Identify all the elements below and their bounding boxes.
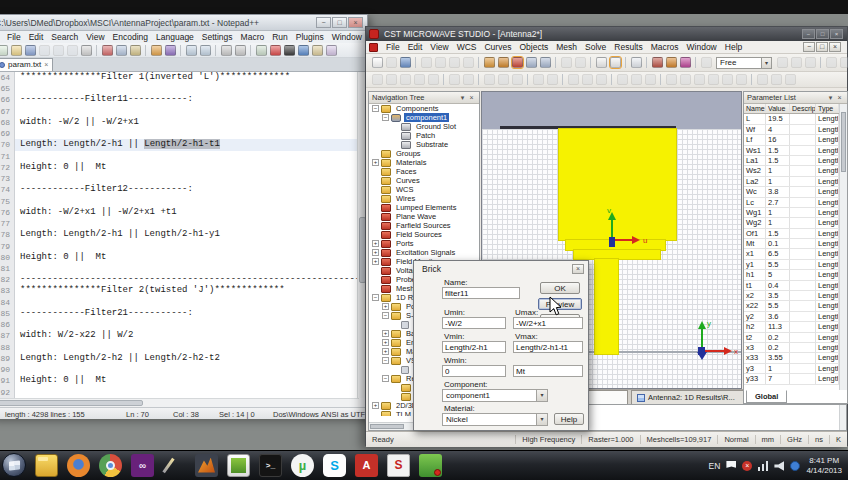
close-doc-icon[interactable] (53, 45, 64, 56)
minimize-icon[interactable]: − (802, 29, 815, 39)
tree-item-curves[interactable]: Curves (369, 176, 479, 185)
expand-icon[interactable]: + (382, 303, 389, 310)
modeling-tool-icon[interactable] (645, 74, 656, 85)
message-scrollbar[interactable] (839, 405, 846, 430)
mdi-document-icon[interactable] (369, 43, 378, 52)
speaker-icon[interactable] (774, 461, 784, 471)
network-bars-icon[interactable] (758, 461, 768, 471)
paste-icon[interactable] (449, 57, 460, 68)
modeling-tool-icon[interactable] (631, 74, 642, 85)
scrollbar-thumb[interactable] (370, 424, 404, 429)
explorer-icon[interactable] (35, 454, 58, 477)
menu-view[interactable]: View (426, 42, 452, 52)
mdi-minimize-icon[interactable]: − (803, 42, 815, 52)
language-indicator[interactable]: EN (709, 461, 721, 471)
expand-icon[interactable]: + (382, 330, 389, 337)
parameter-row-Mt[interactable]: Mt0.1Length (744, 239, 839, 249)
material-select[interactable]: Nickel ▾ (442, 413, 548, 426)
parameter-row-La1[interactable]: La11.5Length (744, 156, 839, 166)
tab-1d-results[interactable]: Antenna2: 1D Results\R... (631, 390, 749, 404)
help-button[interactable]: Help (554, 413, 584, 425)
visual-studio-icon[interactable]: ∞ (131, 454, 154, 477)
parameter-row-Ws2[interactable]: Ws21Length (744, 166, 839, 176)
close-icon[interactable]: × (572, 264, 584, 274)
parameter-row-y1[interactable]: y15.5Length (744, 260, 839, 270)
parameter-row-y33[interactable]: y337Length (744, 374, 839, 384)
menu-search[interactable]: Search (47, 32, 82, 42)
modeling-tool-icon[interactable] (785, 74, 796, 85)
paste-icon[interactable] (130, 45, 141, 56)
redo-icon[interactable] (165, 45, 176, 56)
parameter-row-x1[interactable]: x16.5Length (744, 249, 839, 259)
expand-icon[interactable]: + (372, 258, 379, 265)
parameter-row-h1[interactable]: h15Length (744, 270, 839, 280)
parameter-row-Wc[interactable]: Wc3.8Length (744, 187, 839, 197)
zoom-in-icon[interactable] (526, 57, 537, 68)
action-center-icon[interactable] (726, 461, 736, 471)
parameter-row-Lc[interactable]: Lc2.7Length (744, 198, 839, 208)
ok-button[interactable]: OK (540, 282, 580, 294)
menu-help[interactable]: Help (721, 42, 746, 52)
tree-item-patch[interactable]: Patch (369, 131, 479, 140)
modeling-tool-icon[interactable] (533, 74, 544, 85)
expand-icon[interactable]: + (372, 249, 379, 256)
delete-icon[interactable] (463, 57, 474, 68)
open-file-icon[interactable] (11, 45, 22, 56)
chevron-down-icon[interactable]: ▾ (458, 92, 467, 103)
tree-item-excitation-signals[interactable]: +Excitation Signals (369, 248, 479, 257)
pick-point-icon[interactable] (596, 57, 607, 68)
tab-close-icon[interactable]: × (44, 59, 48, 71)
wmax-field[interactable] (513, 365, 583, 377)
notification-icon[interactable]: × (742, 461, 752, 471)
modeling-tool-icon[interactable] (547, 74, 558, 85)
parameter-row-Of1[interactable]: Of11.5Length (744, 229, 839, 239)
name-field[interactable] (442, 287, 520, 299)
copy-icon[interactable] (116, 45, 127, 56)
chevron-down-icon[interactable]: ▾ (826, 92, 835, 103)
menu-window[interactable]: Window (683, 42, 721, 52)
parameter-vertical-scrollbar[interactable] (839, 104, 847, 390)
replace-icon[interactable] (200, 45, 211, 56)
undo-icon[interactable] (151, 45, 162, 56)
tree-item-wcs[interactable]: WCS (369, 185, 479, 194)
tree-item-components[interactable]: −Components (369, 104, 479, 113)
close-icon[interactable]: × (835, 92, 844, 103)
tree-item-ground-slot[interactable]: Ground Slot (369, 122, 479, 131)
vmin-field[interactable] (442, 341, 506, 353)
close-icon[interactable]: × (830, 29, 843, 39)
modeling-tool-icon[interactable] (498, 74, 509, 85)
wireframe-cube-icon[interactable] (631, 57, 642, 68)
firefox-icon[interactable] (67, 454, 90, 477)
find-icon[interactable] (186, 45, 197, 56)
boolean-icon[interactable] (826, 57, 837, 68)
pan-view-icon[interactable] (512, 57, 523, 68)
modeling-tool-icon[interactable] (400, 74, 411, 85)
modeling-tool-icon[interactable] (428, 74, 439, 85)
text-editor[interactable]: 64***************Filter 1(inverted 'L')*… (0, 72, 359, 398)
modeling-tool-icon[interactable] (582, 74, 593, 85)
collapse-icon[interactable]: − (382, 312, 389, 319)
mdi-close-icon[interactable]: × (829, 42, 841, 52)
parameter-row-x3[interactable]: x30.2Length (744, 343, 839, 353)
tree-item-lumped-elements[interactable]: Lumped Elements (369, 203, 479, 212)
brush-orange-icon[interactable] (666, 57, 677, 68)
pick-face-icon[interactable] (610, 57, 621, 68)
save-all-icon[interactable] (39, 45, 50, 56)
menu-curves[interactable]: Curves (480, 42, 515, 52)
parameter-row-La2[interactable]: La21Length (744, 177, 839, 187)
parameter-row-x33[interactable]: x333.55Length (744, 353, 839, 363)
tree-item-groups[interactable]: Groups (369, 149, 479, 158)
tree-item-faces[interactable]: Faces (369, 167, 479, 176)
mouse-mode-select[interactable]: Free ▾ (716, 57, 772, 69)
adobe-reader-icon[interactable]: A (355, 454, 378, 477)
column-header[interactable]: Value (766, 104, 790, 113)
tree-item-substrate[interactable]: Substrate (369, 140, 479, 149)
doc-map-icon[interactable] (312, 45, 323, 56)
parameter-row-t1[interactable]: t10.4Length (744, 281, 839, 291)
save-icon[interactable] (400, 57, 411, 68)
tree-item-materials[interactable]: +Materials (369, 158, 479, 167)
scrollbar-thumb[interactable] (841, 112, 846, 172)
expand-icon[interactable]: + (372, 402, 379, 409)
expand-icon[interactable]: + (382, 348, 389, 355)
menu-view[interactable]: View (82, 32, 108, 42)
